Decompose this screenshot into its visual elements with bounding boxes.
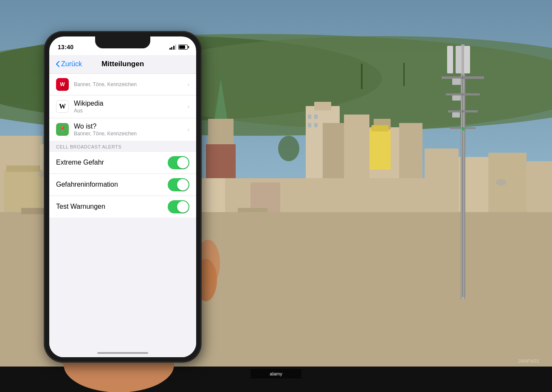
back-button[interactable]: Zurück [56,60,82,68]
item-subtitle: Aus [74,108,184,114]
svg-rect-13 [399,123,422,182]
svg-text:2M4PXR1: 2M4PXR1 [518,358,539,364]
item-content: Gefahreninformation [56,181,168,188]
svg-rect-47 [308,115,311,119]
svg-rect-11 [323,123,344,182]
item-title: Gefahreninformation [56,181,168,188]
item-content: Test Warnungen [56,203,168,210]
item-title: Extreme Gefahr [56,159,168,166]
list-item[interactable]: Gefahreninformation [49,174,196,196]
svg-rect-15 [369,129,391,170]
svg-rect-50 [314,123,318,127]
status-icons [169,45,188,50]
bottom-spacer [49,218,196,302]
svg-rect-26 [6,165,40,172]
woist-icon: 📍 [56,123,69,136]
item-content: Wo ist? Banner, Töne, Kennzeichen [74,123,184,137]
svg-rect-48 [314,115,318,119]
signal-bar-3 [173,46,175,50]
svg-point-68 [278,136,299,161]
apps-group: W Banner, Töne, Kennzeichen › W Wi [49,74,196,141]
svg-rect-23 [206,144,236,178]
list-item[interactable]: Extreme Gefahr [49,152,196,174]
item-title: Wo ist? [74,123,184,130]
extreme-danger-toggle[interactable] [168,156,189,169]
svg-rect-61 [452,95,461,101]
list-item[interactable]: 📍 Wo ist? Banner, Töne, Kennzeichen › [49,118,196,141]
item-subtitle: Banner, Töne, Kennzeichen [74,131,184,137]
item-subtitle: Banner, Töne, Kennzeichen [74,81,184,87]
settings-list: W Banner, Töne, Kennzeichen › W Wi [49,74,196,357]
svg-rect-59 [464,46,470,73]
app-icon-red: W [56,78,69,91]
signal-bar-4 [175,45,176,50]
svg-rect-16 [372,125,389,132]
battery-fill [179,45,185,49]
svg-rect-7 [403,63,405,86]
svg-rect-38 [488,153,527,216]
nav-bar: Zurück Mitteilungen [49,55,196,74]
svg-rect-6 [361,64,363,89]
svg-rect-39 [527,161,552,216]
chevron-icon: › [187,126,189,133]
svg-rect-36 [425,148,459,216]
wiki-letter: W [59,103,66,110]
phone-notch [95,36,150,48]
item-content: Banner, Töne, Kennzeichen [74,81,184,87]
toggle-thumb [177,157,189,168]
item-content: Extreme Gefahr [56,159,168,166]
phone-body: 13:40 [44,31,201,362]
svg-rect-49 [308,123,311,127]
back-label: Zurück [61,60,82,68]
back-chevron-icon [56,61,59,67]
signal-bar-2 [171,47,172,50]
svg-rect-9 [314,102,331,110]
svg-rect-10 [344,115,369,182]
svg-rect-60 [452,78,461,85]
battery-cap [188,46,189,48]
chevron-icon: › [187,103,189,110]
svg-point-65 [462,128,465,131]
signal-bar-1 [169,48,171,50]
app-icon-label: W [60,81,65,87]
svg-rect-22 [220,74,222,81]
danger-info-toggle[interactable] [168,178,189,191]
nav-title: Mitteilungen [101,60,144,68]
cell-broadcast-group: Extreme Gefahr Gefahreninformation [49,152,196,218]
wikipedia-icon: W [56,100,69,113]
list-item[interactable]: W Banner, Töne, Kennzeichen › [49,74,196,95]
battery-icon [178,45,188,50]
toggle-thumb [177,179,189,190]
svg-point-45 [496,179,506,186]
svg-rect-44 [238,208,268,212]
item-title: Wikipedia [74,100,184,107]
signal-icon [169,45,177,50]
status-time: 13:40 [58,44,73,50]
list-item[interactable]: Test Warnungen [49,196,196,218]
svg-rect-57 [447,46,453,73]
svg-text:alamy: alamy [270,371,282,376]
phone: 13:40 [44,31,201,362]
phone-screen: 13:40 [49,36,196,357]
svg-rect-58 [456,46,462,73]
section-header-cell-broadcast: CELL BROADCAST ALERTS [49,141,196,152]
woist-symbol: 📍 [59,126,66,133]
item-title: Test Warnungen [56,203,168,210]
test-warnings-toggle[interactable] [168,200,189,213]
home-indicator [97,352,148,354]
toggle-thumb [177,201,189,213]
svg-rect-62 [452,112,460,118]
list-item[interactable]: W Wikipedia Aus › [49,95,196,118]
item-content: Wikipedia Aus [74,100,184,114]
chevron-icon: › [187,81,189,88]
